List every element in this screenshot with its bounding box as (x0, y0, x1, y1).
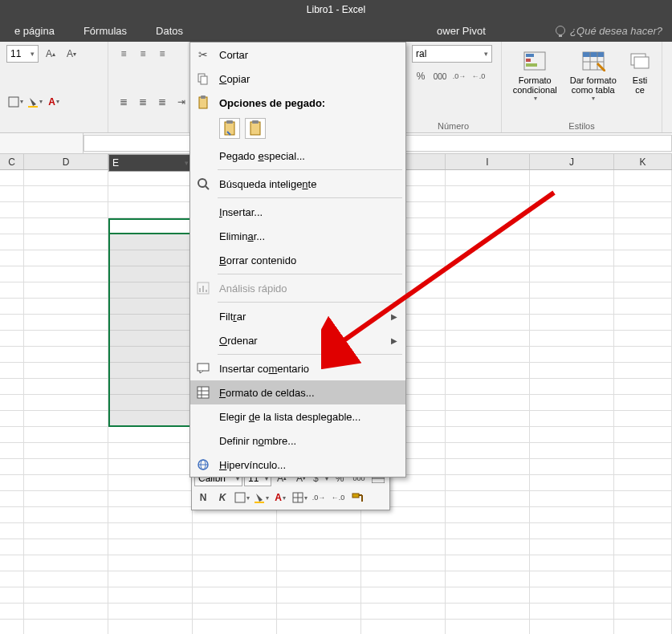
cell[interactable] (614, 491, 672, 506)
menu-copy[interactable]: Copiar (190, 67, 405, 91)
cell[interactable] (108, 620, 193, 634)
cell[interactable] (446, 202, 530, 217)
cell[interactable] (24, 234, 108, 250)
cell[interactable] (446, 363, 530, 378)
cell[interactable] (446, 170, 530, 185)
cell[interactable] (614, 443, 672, 458)
cell[interactable] (446, 282, 530, 298)
menu-clear-contents[interactable]: Borrar contenido (190, 248, 405, 272)
cell[interactable] (277, 604, 361, 619)
cell[interactable] (193, 620, 277, 634)
cell[interactable] (446, 459, 530, 474)
format-as-table-button[interactable]: Dar formato como tabla▾ (567, 45, 621, 102)
cell[interactable] (0, 555, 24, 571)
cell[interactable] (530, 587, 614, 603)
align-bottom-icon[interactable]: ≡ (153, 45, 171, 63)
cell[interactable] (277, 587, 361, 603)
cell[interactable] (0, 459, 24, 474)
cell[interactable] (530, 395, 614, 410)
menu-hyperlink[interactable]: Hipervínculo... (190, 453, 405, 477)
mini-bold-button[interactable]: N (194, 489, 212, 506)
cell[interactable] (614, 250, 672, 266)
cell[interactable] (24, 315, 108, 330)
cell[interactable] (614, 379, 672, 394)
cell[interactable] (0, 282, 24, 298)
cell[interactable] (446, 427, 530, 442)
cell[interactable] (0, 411, 24, 426)
cell[interactable] (108, 186, 193, 201)
percent-button[interactable]: % (412, 67, 430, 85)
cell[interactable] (108, 571, 193, 587)
cell[interactable] (108, 459, 193, 474)
cell[interactable] (24, 507, 108, 522)
cell[interactable] (0, 523, 24, 538)
cell[interactable] (446, 186, 530, 201)
cell[interactable] (446, 315, 530, 330)
cell[interactable] (108, 218, 193, 234)
mini-decrease-decimal-button[interactable]: ←.0 (329, 489, 347, 506)
cell[interactable] (614, 170, 672, 185)
cell[interactable] (0, 427, 24, 442)
cell[interactable] (108, 315, 193, 330)
cell[interactable] (530, 604, 614, 619)
cell[interactable] (108, 266, 193, 282)
cell[interactable] (446, 331, 530, 346)
indent-icon[interactable]: ⇥ (173, 93, 190, 111)
cell[interactable] (614, 427, 672, 442)
cell[interactable] (530, 331, 614, 346)
cell[interactable] (0, 475, 24, 490)
cell[interactable] (614, 186, 672, 201)
cell[interactable] (530, 411, 614, 426)
cell[interactable] (530, 475, 614, 490)
increase-decimal-button[interactable]: .0→ (450, 67, 468, 85)
cell[interactable] (530, 266, 614, 282)
cell[interactable] (614, 555, 672, 571)
cell[interactable] (0, 218, 24, 234)
cell[interactable] (446, 299, 530, 314)
cell[interactable] (277, 555, 361, 571)
cell[interactable] (446, 250, 530, 266)
cell[interactable] (446, 587, 530, 603)
cell[interactable] (530, 250, 614, 266)
cell[interactable] (24, 427, 108, 442)
cell[interactable] (446, 571, 530, 587)
cell[interactable] (0, 491, 24, 506)
cell[interactable] (24, 266, 108, 282)
cell[interactable] (530, 539, 614, 555)
cell[interactable] (108, 282, 193, 298)
cell[interactable] (108, 170, 193, 185)
cell[interactable] (24, 443, 108, 458)
cell[interactable] (614, 571, 672, 587)
cell[interactable] (24, 604, 108, 619)
cell[interactable] (24, 620, 108, 634)
cell[interactable] (108, 539, 193, 555)
cell[interactable] (361, 587, 446, 603)
cell[interactable] (108, 443, 193, 458)
tell-me-box[interactable]: ¿Qué desea hacer? (556, 25, 672, 37)
cell[interactable] (530, 202, 614, 217)
cell[interactable] (0, 539, 24, 555)
cell[interactable] (108, 347, 193, 362)
menu-filter[interactable]: Filtrar ▶ (190, 304, 405, 328)
cell[interactable] (614, 523, 672, 538)
cell[interactable] (108, 395, 193, 410)
cell[interactable] (277, 539, 361, 555)
cell[interactable] (108, 555, 193, 571)
conditional-format-button[interactable]: Formato condicional▾ (508, 45, 562, 102)
cell[interactable] (24, 491, 108, 506)
align-right-icon[interactable]: ≣ (153, 93, 171, 111)
cell[interactable] (108, 363, 193, 378)
cell[interactable] (530, 170, 614, 185)
cell[interactable] (614, 202, 672, 217)
cell[interactable] (614, 299, 672, 314)
cell[interactable] (108, 331, 193, 346)
menu-smart-lookup[interactable]: Búsqueda inteligente (190, 172, 405, 196)
cell[interactable] (530, 491, 614, 506)
cell[interactable] (614, 620, 672, 634)
cell[interactable] (193, 587, 277, 603)
cell[interactable] (614, 234, 672, 250)
cell[interactable] (446, 379, 530, 394)
cell[interactable] (24, 379, 108, 394)
tab-page-layout[interactable]: e página (0, 25, 69, 37)
cell[interactable] (108, 587, 193, 603)
